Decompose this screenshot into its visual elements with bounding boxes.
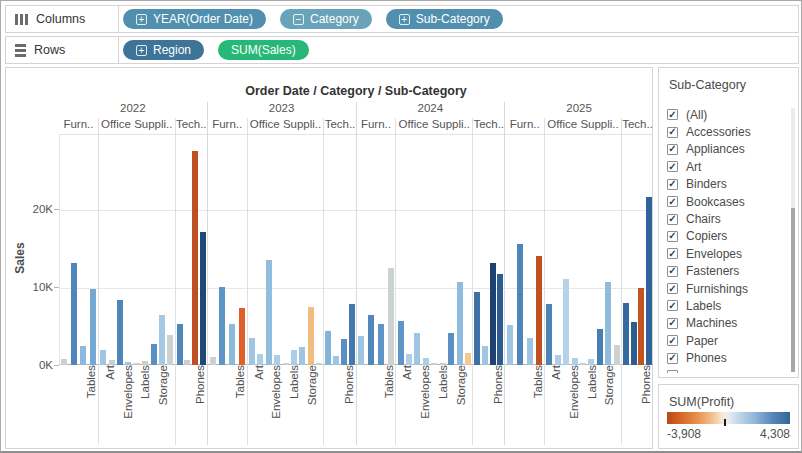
checkbox[interactable]: ✓: [667, 196, 678, 207]
bar-2023-furnishings[interactable]: [229, 324, 235, 365]
plus-box-icon[interactable]: +: [136, 14, 147, 25]
bar-2024-furnishings[interactable]: [378, 324, 384, 365]
filter-item-partial[interactable]: [667, 367, 788, 373]
bar-2023-labels[interactable]: [291, 350, 297, 365]
bar-2022-chairs[interactable]: [71, 263, 77, 365]
bar-2022-supplies[interactable]: [167, 335, 173, 365]
checkbox[interactable]: ✓: [667, 283, 678, 294]
filter-item-copiers[interactable]: ✓Copiers: [667, 228, 788, 245]
pill-sum-sales-[interactable]: SUM(Sales): [218, 40, 309, 60]
bar-2025-paper[interactable]: [597, 329, 603, 365]
bar-2025-binders[interactable]: [563, 279, 569, 365]
bar-2024-machines[interactable]: [490, 263, 496, 365]
plus-box-icon[interactable]: +: [399, 14, 410, 25]
bar-2024-storage[interactable]: [457, 282, 463, 365]
checkbox[interactable]: ✓: [667, 109, 678, 120]
bar-2023-art[interactable]: [257, 354, 263, 365]
pill-region[interactable]: +Region: [123, 40, 204, 60]
bar-2023-envelopes[interactable]: [274, 355, 280, 365]
bar-2025-chairs[interactable]: [517, 244, 523, 365]
filter-item-furnishings[interactable]: ✓Furnishings: [667, 280, 788, 297]
bar-2023-phones[interactable]: [349, 304, 355, 365]
checkbox[interactable]: ✓: [667, 300, 678, 311]
bar-2022-furnishings[interactable]: [80, 346, 86, 366]
pill-category[interactable]: −Category: [280, 9, 372, 29]
bar-2025-appliances[interactable]: [546, 304, 552, 365]
checkbox[interactable]: ✓: [667, 318, 678, 329]
checkbox[interactable]: ✓: [667, 266, 678, 277]
checkbox[interactable]: ✓: [667, 127, 678, 138]
filter-item-chairs[interactable]: ✓Chairs: [667, 210, 788, 227]
bar-2024-tables[interactable]: [388, 268, 394, 366]
checkbox[interactable]: ✓: [667, 353, 678, 364]
checkbox[interactable]: ✓: [667, 335, 678, 346]
bar-2023-paper[interactable]: [299, 347, 305, 365]
bar-2025-accessories[interactable]: [623, 303, 629, 365]
checkbox[interactable]: ✓: [667, 179, 678, 190]
filter-item-machines[interactable]: ✓Machines: [667, 315, 788, 332]
bar-2023-machines[interactable]: [341, 339, 347, 365]
bar-2024-chairs[interactable]: [368, 315, 374, 365]
bar-2023-accessories[interactable]: [325, 331, 331, 365]
filter-item--all-[interactable]: ✓(All): [667, 106, 788, 123]
rows-shelf-area[interactable]: +RegionSUM(Sales): [119, 37, 798, 63]
filter-item-fasteners[interactable]: ✓Fasteners: [667, 263, 788, 280]
bar-2022-storage[interactable]: [159, 315, 165, 365]
filter-item-binders[interactable]: ✓Binders: [667, 176, 788, 193]
filter-scrollbar[interactable]: [791, 108, 795, 372]
bar-2025-supplies[interactable]: [614, 345, 620, 365]
columns-shelf-area[interactable]: +YEAR(Order Date)−Category+Sub-Category: [119, 6, 798, 32]
pill-year-order-date-[interactable]: +YEAR(Order Date): [123, 9, 266, 29]
minus-box-icon[interactable]: −: [293, 14, 304, 25]
bar-2024-paper[interactable]: [448, 333, 454, 365]
bar-2022-binders[interactable]: [117, 300, 123, 365]
filter-scrollbar-thumb[interactable]: [791, 208, 795, 372]
bar-2022-paper[interactable]: [151, 344, 157, 365]
checkbox[interactable]: ✓: [667, 231, 678, 242]
bar-2022-machines[interactable]: [192, 151, 198, 366]
checkbox[interactable]: ✓: [667, 161, 678, 172]
filter-item-appliances[interactable]: ✓Appliances: [667, 141, 788, 158]
bar-2023-copiers[interactable]: [333, 356, 339, 365]
filter-item-phones[interactable]: ✓Phones: [667, 349, 788, 366]
bar-2023-bookcases[interactable]: [210, 357, 216, 365]
bar-2024-bookcases[interactable]: [358, 336, 364, 365]
filter-item-art[interactable]: ✓Art: [667, 158, 788, 175]
bar-2025-tables[interactable]: [536, 256, 542, 365]
bar-2022-accessories[interactable]: [177, 324, 183, 365]
bar-2022-tables[interactable]: [90, 289, 96, 365]
bar-2024-accessories[interactable]: [474, 292, 480, 365]
checkbox[interactable]: ✓: [667, 144, 678, 155]
bar-2025-phones[interactable]: [646, 197, 652, 365]
bar-2025-furnishings[interactable]: [527, 338, 533, 365]
bar-2025-machines[interactable]: [638, 288, 644, 365]
checkbox[interactable]: ✓: [667, 214, 678, 225]
pill-sub-category[interactable]: +Sub-Category: [386, 9, 503, 29]
bar-2024-art[interactable]: [406, 354, 412, 365]
bar-2023-chairs[interactable]: [219, 287, 225, 365]
bar-2022-phones[interactable]: [200, 232, 206, 365]
filter-item-accessories[interactable]: ✓Accessories: [667, 123, 788, 140]
bar-2024-copiers[interactable]: [482, 346, 488, 365]
bar-2024-binders[interactable]: [414, 333, 420, 365]
bar-2025-copiers[interactable]: [631, 322, 637, 365]
bar-2025-storage[interactable]: [605, 282, 611, 365]
bar-2023-tables[interactable]: [239, 308, 245, 365]
bar-2024-appliances[interactable]: [398, 321, 404, 365]
bar-2022-appliances[interactable]: [100, 350, 106, 365]
bar-2023-storage[interactable]: [308, 307, 314, 365]
filter-item-envelopes[interactable]: ✓Envelopes: [667, 245, 788, 262]
bar-2023-appliances[interactable]: [249, 338, 255, 365]
bar-2025-bookcases[interactable]: [507, 325, 513, 365]
bar-2025-art[interactable]: [555, 355, 561, 365]
checkbox[interactable]: [667, 370, 678, 373]
bar-2024-phones[interactable]: [497, 274, 503, 365]
bar-2024-supplies[interactable]: [465, 353, 471, 365]
checkbox[interactable]: ✓: [667, 248, 678, 259]
filter-item-labels[interactable]: ✓Labels: [667, 297, 788, 314]
filter-item-paper[interactable]: ✓Paper: [667, 332, 788, 349]
plus-box-icon[interactable]: +: [136, 45, 147, 56]
filter-item-bookcases[interactable]: ✓Bookcases: [667, 193, 788, 210]
y-tick-label: 10K: [6, 281, 53, 293]
bar-2023-binders[interactable]: [266, 260, 272, 365]
